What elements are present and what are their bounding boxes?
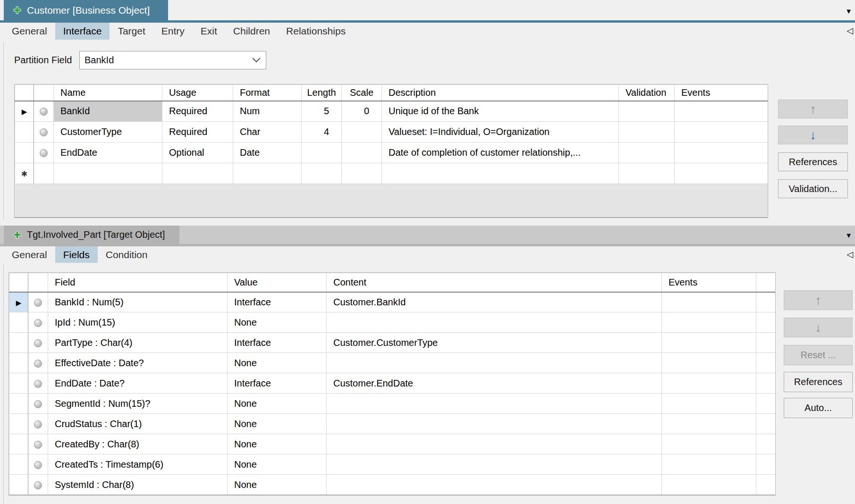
cell-content[interactable] (327, 312, 662, 333)
cell-field[interactable]: SystemId : Char(8) (48, 475, 228, 495)
reset-button[interactable]: Reset ... (784, 345, 853, 365)
cell-name[interactable]: CustomerType (54, 122, 162, 143)
move-up-button[interactable]: ↑ (778, 100, 848, 118)
row-selector[interactable] (9, 353, 28, 373)
validation-button[interactable]: Validation... (778, 179, 848, 198)
row-selector-current[interactable]: ▶ (15, 101, 34, 122)
cell-content[interactable]: Customer.BankId (327, 292, 662, 312)
cell-content[interactable]: Customer.EndDate (327, 373, 662, 394)
cell-validation[interactable] (619, 101, 675, 122)
cell-field[interactable]: PartType : Char(4) (48, 333, 228, 353)
cell-events[interactable] (662, 312, 756, 333)
cell-events[interactable] (662, 414, 756, 434)
new-row-selector[interactable]: ✱ (15, 163, 34, 184)
business-object-title-tab[interactable]: Customer [Business Object] (4, 0, 168, 20)
empty-cell[interactable] (382, 163, 619, 184)
field-radio-cell[interactable] (34, 101, 54, 122)
col-header-format[interactable]: Format (233, 85, 302, 101)
empty-cell[interactable] (54, 163, 162, 184)
col-header-events[interactable]: Events (662, 273, 756, 292)
cell-usage[interactable]: Required (162, 101, 233, 122)
tab-target[interactable]: Target (110, 23, 153, 40)
tab-entry[interactable]: Entry (153, 23, 193, 40)
cell-format[interactable]: Char (233, 122, 302, 143)
cell-validation[interactable] (619, 143, 675, 163)
cell-value[interactable]: None (228, 394, 327, 414)
references-button[interactable]: References (778, 152, 848, 171)
empty-cell[interactable] (233, 163, 302, 184)
field-radio-cell[interactable] (34, 143, 54, 163)
panel-menu-icon[interactable]: ▼ (845, 8, 852, 15)
cell-description[interactable]: Date of completion of customer relations… (382, 143, 619, 163)
cell-field[interactable]: CreatedTs : Timestamp(6) (48, 454, 228, 475)
cell-field[interactable]: EffectiveDate : Date? (48, 353, 228, 373)
cell-content[interactable]: Customer.CustomerType (327, 333, 662, 353)
cell-content[interactable] (327, 434, 662, 454)
tab-children[interactable]: Children (225, 23, 278, 40)
cell-events[interactable] (675, 101, 769, 122)
col-header-description[interactable]: Description (382, 85, 619, 101)
cell-value[interactable]: None (228, 312, 327, 333)
cell-field[interactable]: EndDate : Date? (48, 373, 228, 394)
cell-field[interactable]: CreatedBy : Char(8) (48, 434, 228, 454)
cell-events[interactable] (675, 143, 769, 163)
cell-events[interactable] (662, 353, 756, 373)
row-selector[interactable] (15, 143, 34, 163)
col-header-validation[interactable]: Validation (619, 85, 675, 101)
field-radio-cell[interactable] (28, 373, 48, 394)
cell-value[interactable]: Interface (228, 292, 327, 312)
references-button[interactable]: References (784, 372, 853, 392)
tab-relationships[interactable]: Relationships (278, 23, 354, 40)
cell-value[interactable]: None (228, 353, 327, 373)
cell-events[interactable] (675, 122, 769, 143)
cell-content[interactable] (327, 394, 662, 414)
panel-menu-icon[interactable]: ▼ (845, 232, 852, 239)
cell-events[interactable] (662, 434, 756, 454)
cell-value[interactable]: Interface (228, 333, 327, 353)
row-selector[interactable] (9, 394, 28, 414)
field-radio-cell[interactable] (28, 475, 48, 495)
row-selector[interactable] (9, 333, 28, 353)
row-selector[interactable] (15, 122, 34, 143)
cell-length[interactable]: 4 (302, 122, 342, 143)
col-header-usage[interactable]: Usage (162, 85, 233, 101)
cell-length[interactable] (302, 143, 342, 163)
tab-fields[interactable]: Fields (55, 246, 98, 263)
cell-scale[interactable]: 0 (342, 101, 382, 122)
empty-cell[interactable] (162, 163, 233, 184)
cell-field[interactable]: BankId : Num(5) (48, 292, 228, 312)
cell-name[interactable]: EndDate (54, 143, 162, 163)
cell-events[interactable] (662, 394, 756, 414)
cell-value[interactable]: None (228, 414, 327, 434)
col-header-events[interactable]: Events (675, 85, 769, 101)
cell-content[interactable] (327, 353, 662, 373)
cell-value[interactable]: Interface (228, 373, 327, 394)
col-header-scale[interactable]: Scale (342, 85, 382, 101)
partition-field-combobox[interactable]: BankId (79, 51, 266, 69)
cell-events[interactable] (662, 333, 756, 353)
cell-events[interactable] (662, 454, 756, 475)
cell-content[interactable] (327, 414, 662, 434)
col-header-name[interactable]: Name (54, 85, 162, 101)
cell-length[interactable]: 5 (302, 101, 342, 122)
empty-cell[interactable] (302, 163, 342, 184)
cell-field[interactable]: IpId : Num(15) (48, 312, 228, 333)
col-header-length[interactable]: Length (302, 85, 342, 101)
tab-condition[interactable]: Condition (98, 246, 156, 263)
row-selector[interactable] (9, 454, 28, 475)
cell-events[interactable] (662, 373, 756, 394)
empty-cell[interactable] (342, 163, 382, 184)
auto-button[interactable]: Auto... (784, 398, 853, 418)
row-selector[interactable] (9, 373, 28, 394)
cell-value[interactable]: None (228, 434, 327, 454)
move-up-button[interactable]: ↑ (784, 290, 853, 310)
cell-events[interactable] (662, 475, 756, 495)
cell-description[interactable]: Valueset: I=Individual, O=Organization (382, 122, 619, 143)
move-down-button[interactable]: ↓ (784, 318, 853, 337)
target-object-title-tab[interactable]: Tgt.Involved_Part [Target Object] (4, 226, 179, 244)
tab-exit[interactable]: Exit (193, 23, 225, 40)
col-header-value[interactable]: Value (228, 273, 327, 292)
cell-events[interactable] (662, 292, 756, 312)
cell-validation[interactable] (619, 122, 675, 143)
cell-name[interactable]: BankId (54, 101, 162, 122)
